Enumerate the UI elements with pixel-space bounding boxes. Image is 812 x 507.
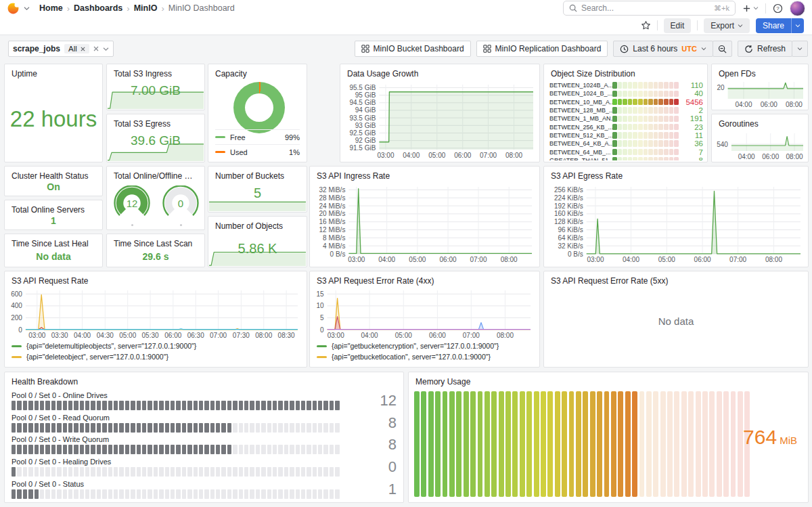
share-options-chevron-icon[interactable] (791, 18, 804, 33)
panel-title[interactable]: S3 API Request Error Rate (5xx) (544, 271, 808, 286)
bargauge-cell (628, 99, 633, 106)
panel-title[interactable]: Capacity (208, 64, 307, 79)
bargauge-cell (633, 91, 637, 97)
svg-text:192 KiB/s: 192 KiB/s (554, 202, 583, 210)
bargauge-label: GREATER_THAN_51... (549, 157, 612, 160)
share-button[interactable]: Share (756, 18, 804, 33)
panel-title[interactable]: Number of Objects (208, 217, 307, 231)
panel-title[interactable]: Open FDs (712, 64, 808, 79)
edit-button[interactable]: Edit (664, 18, 692, 33)
bargauge-cell (623, 99, 627, 106)
panel-title[interactable]: Time Since Last Scan (107, 234, 204, 248)
bargauge-cell (669, 107, 674, 114)
bargauge-cell (628, 107, 633, 114)
bargauge-cell (664, 132, 669, 139)
panel-s3-api-ingress-rate: S3 API Ingress Rate 32 MiB/s28 MiB/s24 M… (309, 166, 540, 267)
legend-item[interactable]: {api="deleteobject", server="127.0.0.1:9… (12, 351, 196, 362)
help-icon[interactable]: ? (773, 3, 783, 14)
divider (657, 20, 658, 30)
user-avatar[interactable] (790, 1, 805, 16)
bargauge-cell (674, 99, 679, 106)
time-range-picker[interactable]: Last 6 hours UTC (613, 41, 713, 57)
chevron-down-icon[interactable] (103, 47, 109, 51)
request-rate-legend: {api="deletemultipleobjects", server="12… (12, 340, 196, 362)
panel-title[interactable]: S3 API Egress Rate (544, 167, 808, 181)
bargauge-cell (669, 99, 674, 106)
zoom-out-time-button[interactable] (713, 41, 732, 57)
bargauge-cell (674, 107, 679, 114)
dashboard-actions-bar: Edit Export Share (0, 16, 812, 35)
panel-cluster-health-status: Cluster Health Status On (4, 166, 103, 196)
bargauge-cell (658, 82, 663, 89)
clear-icon[interactable] (93, 46, 99, 51)
legend-color-dash (215, 136, 225, 138)
capacity-legend-row[interactable]: Free99% (215, 129, 300, 144)
bargauge-cell (648, 157, 653, 160)
breadcrumb-item[interactable]: Home (39, 3, 63, 13)
panel-title[interactable]: Total S3 Ingress (107, 64, 204, 79)
panel-title[interactable]: Time Since Last Heal (5, 234, 102, 248)
star-icon[interactable] (641, 20, 651, 30)
bargauge-cell (612, 107, 617, 114)
bargauge-cell (623, 149, 627, 156)
panel-title[interactable]: Cluster Health Status (5, 167, 102, 181)
bargauge-cells (612, 157, 679, 160)
bargauge-cell (648, 149, 653, 156)
export-button[interactable]: Export (704, 18, 750, 33)
grafana-logo-icon[interactable] (7, 2, 20, 15)
bargauge-cells (612, 124, 679, 131)
panel-title[interactable]: S3 API Ingress Rate (310, 167, 539, 181)
panel-title[interactable]: S3 API Request Error Rate (4xx) (310, 271, 539, 286)
breadcrumb-item[interactable]: MinIO Dashboard (168, 3, 235, 13)
panel-title[interactable]: Total Online Servers (5, 200, 102, 215)
bargauge-cell (644, 157, 648, 160)
minio-bucket-dashboard-button[interactable]: MinIO Bucket Dashboard (355, 41, 471, 57)
bargauge-cell (633, 99, 637, 106)
variable-value-chip[interactable]: All (64, 44, 89, 53)
panel-title[interactable]: Object Size Distribution (544, 64, 707, 79)
bargauge-cell (648, 99, 653, 106)
capacity-legend-row[interactable]: Used1% (215, 144, 300, 159)
panel-title[interactable]: Memory Usage (409, 372, 808, 387)
panel-title[interactable]: Uptime (5, 64, 102, 79)
panel-title[interactable]: S3 API Request Rate (5, 271, 307, 286)
bargauge-cell (612, 116, 617, 123)
legend-label: Free (230, 133, 285, 141)
panel-title[interactable]: Data Usage Growth (340, 64, 539, 79)
panel-title[interactable]: Number of Buckets (208, 167, 307, 181)
add-button[interactable] (742, 4, 759, 13)
legend-item[interactable]: {api="deletemultipleobjects", server="12… (12, 340, 196, 351)
bargauge-cell (658, 149, 663, 156)
bargauge-cell (669, 157, 674, 160)
breadcrumb-item[interactable]: MinIO (134, 3, 158, 13)
memory-segment (443, 391, 448, 497)
search-placeholder: Search... (581, 3, 614, 13)
minio-replication-dashboard-button[interactable]: MinIO Replication Dashboard (476, 41, 608, 57)
panel-title[interactable]: Health Breakdown (5, 372, 403, 387)
variable-scrape-jobs[interactable]: scrape_jobs All (8, 41, 114, 57)
panel-title[interactable]: Total Online/Offline Dri... (107, 167, 204, 181)
panel-title[interactable]: Total S3 Egress (107, 114, 204, 129)
svg-text:?: ? (776, 5, 780, 12)
health-label: Pool 0 / Set 0 - Status (12, 480, 340, 488)
online-servers-value: 1 (5, 215, 102, 226)
breadcrumb-item[interactable]: Dashboards (74, 3, 122, 13)
bargauge-cell (648, 107, 653, 114)
legend-item[interactable]: {api="getbucketlocation", server="127.0.… (317, 351, 499, 362)
bargauge-value: 191 (679, 114, 703, 123)
panel-goroutines: Goroutines 54004:0006:0008:00 (711, 114, 809, 162)
legend-item[interactable]: {api="getbucketencryption", server="127.… (317, 340, 499, 351)
memory-segment (618, 391, 623, 497)
bargauge-cell (618, 82, 623, 89)
refresh-button[interactable]: Refresh (738, 41, 792, 57)
search-input[interactable]: Search... ⌘+k (563, 1, 736, 16)
org-switcher-chevron-icon[interactable] (24, 6, 30, 11)
svg-text:94.5 GiB: 94.5 GiB (349, 99, 376, 106)
panel-title[interactable]: Goroutines (712, 114, 808, 129)
bargauge-cells (612, 132, 679, 139)
panel-time-since-last-heal: Time Since Last Heal No data (4, 234, 103, 267)
refresh-interval-chevron[interactable] (792, 41, 808, 57)
bargauge-cell (658, 132, 663, 139)
breadcrumb: Home›Dashboards›MinIO›MinIO Dashboard (39, 3, 235, 14)
memory-segment (414, 391, 420, 497)
